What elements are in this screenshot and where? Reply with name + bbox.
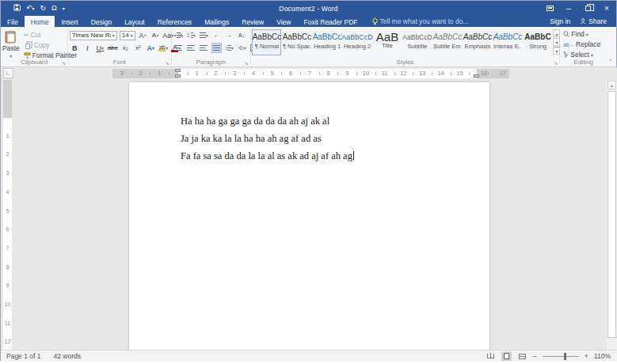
customize-qat-icon[interactable]: ▾ — [63, 6, 65, 11]
justify-button[interactable] — [211, 43, 222, 53]
tab-foxit-reader-pdf[interactable]: Foxit Reader PDF — [297, 16, 364, 27]
scrollbar-thumb[interactable] — [607, 91, 616, 338]
word-count-indicator[interactable]: 42 words — [53, 352, 81, 360]
document-text[interactable]: Ha ha ha ga ga ga da da da ah aj ak alJa… — [181, 115, 354, 167]
tab-file[interactable]: File — [1, 16, 25, 27]
style-emphasis[interactable]: AaBbCcEmphasis — [463, 29, 492, 55]
replace-button[interactable]: ab→ Replace — [562, 40, 605, 49]
document-page[interactable]: Ha ha ha ga ga ga da da da ah aj ak alJa… — [129, 82, 489, 350]
style-normal[interactable]: AaBbCc¶ Normal — [252, 29, 281, 55]
text-line[interactable]: Fa fa sa sa da da la la al as ak ad aj a… — [181, 150, 354, 167]
font-group-label: Font — [68, 59, 171, 66]
bullets-button[interactable]: •▾ — [173, 30, 184, 40]
editing-group-label: Editing — [560, 59, 607, 66]
insert-symbol-icon[interactable]: Ω — [51, 5, 57, 12]
tab-references[interactable]: References — [151, 16, 198, 27]
tab-view[interactable]: View — [270, 16, 297, 27]
scroll-up-icon[interactable]: ▴ — [607, 81, 616, 89]
restore-button[interactable] — [578, 1, 597, 16]
tab-mailings[interactable]: Mailings — [198, 16, 235, 27]
style-intense-e[interactable]: AaBbCcIntense E... — [493, 29, 522, 55]
style-name: Subtitle — [407, 43, 427, 50]
close-button[interactable]: × — [597, 1, 616, 16]
shrink-font-button[interactable]: A˅ — [150, 30, 161, 40]
tab-review[interactable]: Review — [235, 16, 270, 27]
align-left-button[interactable] — [173, 43, 184, 53]
find-button[interactable]: Find▾ — [562, 29, 605, 39]
style-subtitle[interactable]: AaBbCcDSubtitle — [402, 29, 432, 55]
zoom-in-button[interactable]: + — [585, 352, 588, 360]
vertical-ruler[interactable]: 123456789101112 — [3, 80, 12, 350]
vertical-scrollbar[interactable]: ▴ — [607, 80, 617, 350]
share-button[interactable]: Share — [580, 17, 607, 25]
paragraph-dialog-launcher[interactable]: ↘ — [244, 60, 249, 66]
style-heading-2[interactable]: AaBbCcDHeading 2 — [342, 29, 371, 55]
text-line[interactable]: Ja ja ka ka la la ha ha ah ag af ad as — [181, 132, 354, 150]
paragraph-group-label: Paragraph — [172, 59, 250, 66]
numbering-button[interactable]: 1▾ — [186, 30, 196, 40]
minimize-button[interactable]: – — [559, 1, 578, 16]
strikethrough-button[interactable]: abc — [108, 43, 118, 53]
tab-insert[interactable]: Insert — [55, 16, 84, 27]
read-mode-button[interactable] — [486, 352, 496, 361]
paste-button[interactable]: Paste ▾ — [2, 28, 20, 60]
zoom-slider-thumb[interactable] — [564, 353, 566, 360]
align-right-button[interactable] — [199, 43, 209, 53]
text-effects-button[interactable]: A▾ — [146, 43, 156, 53]
tab-selector-button[interactable]: ∟ — [3, 68, 13, 78]
style-heading-1[interactable]: AaBbCcHeading 1 — [312, 29, 341, 55]
web-layout-button[interactable] — [517, 352, 527, 361]
styles-scroll-down-icon[interactable]: ▾ — [553, 38, 560, 46]
first-line-indent-marker[interactable] — [175, 69, 181, 72]
highlight-button[interactable]: ab▾ — [158, 43, 169, 53]
undo-icon[interactable]: ↶▾ — [26, 5, 35, 12]
save-icon[interactable] — [13, 4, 21, 13]
horizontal-ruler[interactable]: 3211234567891011121314151617 — [112, 69, 509, 78]
tab-design[interactable]: Design — [85, 16, 118, 27]
page-count-indicator[interactable]: Page 1 of 1 — [6, 352, 40, 360]
style-strong[interactable]: AaBbCStrong — [523, 29, 552, 55]
tab-layout[interactable]: Layout — [118, 16, 151, 27]
style-title[interactable]: AaBTitle — [372, 29, 402, 55]
line-spacing-button[interactable]: ↕▾ — [224, 43, 234, 53]
print-layout-button[interactable] — [501, 352, 512, 361]
ruler-number: 1 — [158, 70, 161, 78]
styles-dialog-launcher[interactable]: ↘ — [554, 60, 558, 66]
collapse-ribbon-icon[interactable]: ⌃ — [608, 59, 613, 65]
styles-more-icon[interactable]: ▾ — [553, 47, 560, 55]
ruler-number: 3 — [233, 70, 236, 78]
font-name-combo[interactable]: Times New Ro ▾ — [70, 31, 117, 40]
zoom-out-button[interactable]: – — [533, 352, 537, 360]
clipboard-dialog-launcher[interactable]: ↘ — [61, 60, 66, 66]
sign-in-link[interactable]: Sign in — [550, 17, 570, 25]
grow-font-button[interactable]: A˄ — [138, 30, 148, 40]
underline-button[interactable]: U▾ — [95, 43, 105, 53]
multilevel-list-button[interactable]: ▾ — [199, 30, 209, 40]
styles-scroll-up-icon[interactable]: ▴ — [553, 29, 560, 37]
zoom-slider[interactable] — [543, 356, 579, 357]
sort-button[interactable]: A↓ — [237, 30, 247, 40]
increase-indent-button[interactable]: → — [224, 30, 234, 40]
zoom-level-indicator[interactable]: 110% — [594, 352, 611, 360]
bold-button[interactable]: B — [70, 43, 80, 53]
text-line[interactable]: Ha ha ha ga ga ga da da da ah aj ak al — [181, 115, 354, 132]
tab-home[interactable]: Home — [25, 16, 55, 27]
font-size-combo[interactable]: 14 ▾ — [120, 31, 135, 40]
styles-gallery: AaBbCc¶ NormalAaBbCc¶ No Spac...AaBbCcHe… — [252, 28, 552, 55]
decrease-indent-button[interactable]: ← — [211, 30, 222, 40]
style-sample: AaB — [376, 32, 398, 42]
shading-button[interactable]: ▾ — [237, 43, 247, 53]
subscript-button[interactable]: x₂ — [120, 43, 131, 53]
italic-button[interactable]: I — [82, 43, 93, 53]
paste-dropdown-icon[interactable]: ▾ — [10, 53, 12, 59]
style-subtle-em[interactable]: AaBbCcSubtle Em... — [432, 29, 462, 55]
redo-icon[interactable]: ↻ — [40, 5, 47, 12]
right-indent-marker[interactable] — [474, 74, 479, 78]
style-no-spac[interactable]: AaBbCc¶ No Spac... — [282, 29, 311, 55]
font-dialog-launcher[interactable]: ↘ — [165, 60, 169, 66]
left-indent-marker[interactable] — [175, 74, 181, 78]
superscript-button[interactable]: x² — [133, 43, 143, 53]
tell-me-box[interactable]: Tell me what you want to do... — [364, 16, 469, 27]
ribbon-display-options-button[interactable] — [540, 1, 559, 16]
align-center-button[interactable] — [186, 43, 196, 53]
